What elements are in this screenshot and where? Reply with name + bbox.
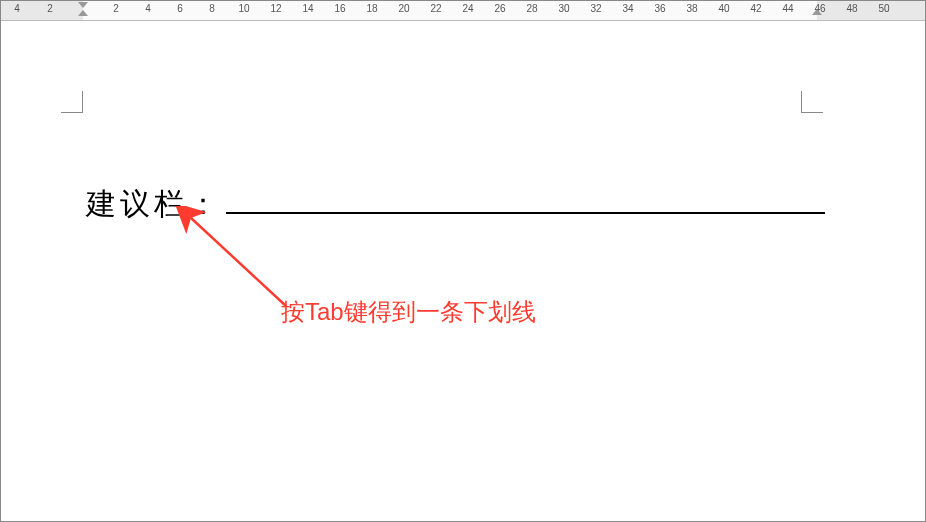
ruler-tick: 36 [654,3,665,14]
ruler-tick: 30 [558,3,569,14]
annotation-text: 按Tab键得到一条下划线 [281,296,536,328]
margin-corner-top-left [61,91,83,113]
ruler-tick: 20 [398,3,409,14]
document-line[interactable]: 建议栏： [86,181,825,225]
ruler-tick: 42 [750,3,761,14]
ruler-tick: 4 [145,3,151,14]
right-indent-marker[interactable] [812,9,822,15]
left-indent-marker[interactable] [78,2,88,18]
horizontal-ruler[interactable]: 4 2 2 4 6 8 10 12 14 16 18 20 22 24 26 2… [1,1,925,21]
ruler-tick: 14 [302,3,313,14]
tab-underline[interactable] [226,181,825,214]
ruler-tick: 34 [622,3,633,14]
ruler-tick: 32 [590,3,601,14]
field-label: 建议栏： [86,184,222,225]
ruler-tick: 12 [270,3,281,14]
ruler-tick: 40 [718,3,729,14]
ruler-tick: 44 [782,3,793,14]
ruler-tick: 48 [846,3,857,14]
ruler-tick: 28 [526,3,537,14]
ruler-tick: 18 [366,3,377,14]
margin-corner-top-right [801,91,823,113]
ruler-tick: 50 [878,3,889,14]
ruler-tick: 24 [462,3,473,14]
ruler-tick: 2 [113,3,119,14]
ruler-tick: 8 [209,3,215,14]
svg-line-0 [191,218,286,306]
ruler-tick: 16 [334,3,345,14]
ruler-tick: 38 [686,3,697,14]
ruler-tick: 26 [494,3,505,14]
ruler-tick: 2 [47,3,53,14]
ruler-tick: 10 [238,3,249,14]
document-page[interactable]: 建议栏： 按Tab键得到一条下划线 [1,21,925,521]
ruler-tick: 4 [14,3,20,14]
ruler-tick: 22 [430,3,441,14]
ruler-tick: 6 [177,3,183,14]
